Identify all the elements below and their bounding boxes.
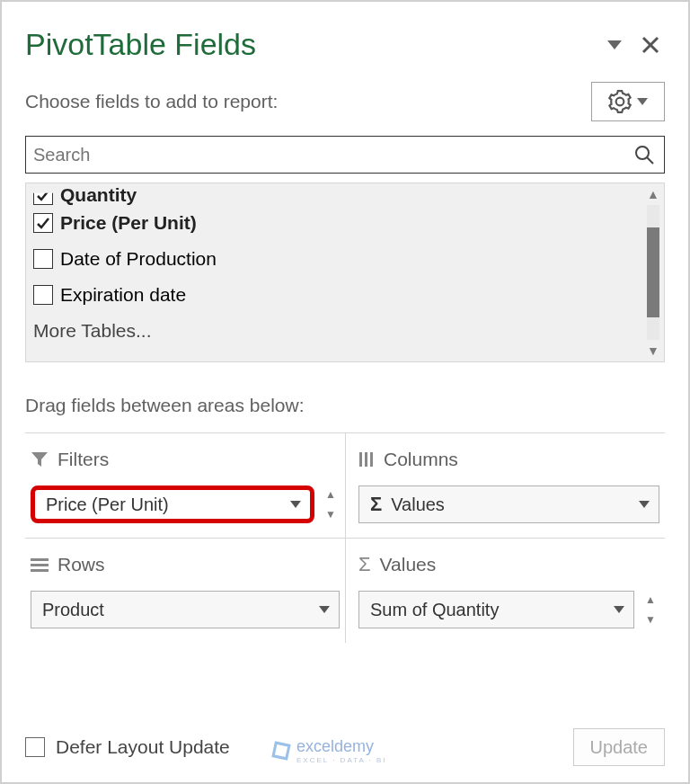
watermark-text: exceldemy (296, 737, 374, 755)
checkbox-expiration[interactable] (33, 285, 53, 305)
update-label: Update (590, 737, 649, 758)
columns-title: Columns (384, 449, 458, 470)
layout-options-button[interactable] (591, 82, 665, 121)
pane-title: PivotTable Fields (25, 27, 593, 62)
scroll-track[interactable] (647, 205, 659, 340)
sigma-icon: Σ (358, 553, 371, 576)
check-icon (36, 188, 50, 202)
chevron-down-icon (637, 98, 648, 105)
svg-marker-15 (319, 606, 330, 613)
checkbox-quantity[interactable] (33, 185, 53, 205)
more-tables-link[interactable]: More Tables... (30, 313, 639, 345)
svg-marker-7 (290, 501, 301, 508)
watermark-icon (271, 741, 291, 761)
chip-label: Product (42, 600, 104, 620)
scroll-thumb[interactable] (647, 227, 659, 317)
svg-rect-12 (31, 558, 49, 561)
svg-line-5 (647, 157, 653, 164)
svg-rect-10 (370, 452, 373, 467)
rows-area[interactable]: Rows Product (25, 538, 345, 643)
svg-marker-0 (607, 40, 622, 49)
fields-list: Quantity Price (Per Unit) Date of Produc… (25, 183, 665, 362)
svg-marker-11 (639, 501, 650, 508)
rows-title: Rows (58, 554, 105, 575)
field-date-of-production[interactable]: Date of Production (30, 241, 639, 277)
filters-title: Filters (58, 449, 109, 470)
search-input[interactable] (31, 144, 633, 166)
choose-fields-label: Choose fields to add to report: (25, 91, 591, 112)
field-label: Date of Production (60, 248, 217, 270)
chevron-down-icon (639, 501, 650, 508)
svg-rect-9 (365, 452, 367, 467)
close-icon (641, 36, 659, 54)
pivottable-fields-pane: PivotTable Fields Choose fields to add t… (0, 0, 690, 784)
values-title: Values (380, 554, 437, 575)
svg-rect-13 (31, 564, 49, 566)
checkbox-price[interactable] (33, 213, 53, 233)
svg-point-4 (636, 147, 649, 159)
filter-icon (31, 450, 49, 468)
field-quantity[interactable]: Quantity (30, 185, 639, 205)
watermark-sub: EXCEL · DATA · BI (296, 756, 387, 764)
svg-rect-18 (275, 744, 288, 757)
filters-area[interactable]: Filters Price (Per Unit) ▲ ▼ (25, 432, 345, 538)
chip-label: Sum of Quantity (370, 600, 499, 620)
rows-icon (31, 557, 49, 572)
options-dropdown-button[interactable] (600, 31, 629, 59)
filters-scroll-up[interactable]: ▲ (322, 487, 340, 502)
svg-marker-16 (614, 606, 624, 613)
field-price-per-unit[interactable]: Price (Per Unit) (30, 205, 639, 241)
svg-marker-6 (31, 452, 48, 467)
chip-label: Values (391, 494, 445, 515)
columns-chip-values[interactable]: Σ Values (358, 486, 659, 523)
close-button[interactable] (636, 31, 665, 59)
field-expiration-date[interactable]: Expiration date (30, 277, 639, 313)
svg-rect-8 (359, 452, 362, 467)
rows-chip-product[interactable]: Product (31, 591, 340, 628)
chevron-down-icon (614, 606, 624, 613)
checkbox-date-production[interactable] (33, 249, 53, 269)
chip-label: Price (Per Unit) (46, 494, 169, 515)
watermark: exceldemy EXCEL · DATA · BI (271, 737, 387, 764)
values-chip-sum-quantity[interactable]: Sum of Quantity (358, 591, 634, 628)
scroll-down-icon[interactable]: ▼ (647, 340, 659, 361)
field-label: Quantity (60, 184, 137, 206)
chevron-down-icon (290, 501, 301, 508)
scroll-up-icon[interactable]: ▲ (647, 183, 659, 205)
update-button[interactable]: Update (573, 728, 666, 766)
defer-layout-checkbox[interactable] (25, 737, 45, 757)
gear-icon (608, 90, 632, 113)
values-scroll-up[interactable]: ▲ (641, 592, 659, 607)
svg-rect-14 (31, 569, 49, 572)
chevron-down-icon (319, 606, 330, 613)
fields-scrollbar[interactable]: ▲ ▼ (642, 183, 664, 361)
search-box[interactable] (25, 136, 665, 174)
sigma-icon: Σ (370, 493, 382, 516)
svg-marker-3 (637, 98, 648, 105)
field-label: Expiration date (60, 284, 186, 306)
filters-chip-price[interactable]: Price (Per Unit) (31, 486, 314, 523)
values-scroll-down[interactable]: ▼ (641, 612, 659, 627)
check-icon (36, 216, 50, 230)
filters-scroll-down[interactable]: ▼ (322, 507, 340, 521)
field-label: Price (Per Unit) (60, 212, 197, 234)
values-area[interactable]: Σ Values Sum of Quantity ▲ ▼ (345, 538, 665, 643)
drag-areas-label: Drag fields between areas below: (2, 371, 688, 432)
columns-area[interactable]: Columns Σ Values (345, 432, 665, 538)
columns-icon (358, 451, 375, 468)
search-icon (633, 144, 655, 165)
